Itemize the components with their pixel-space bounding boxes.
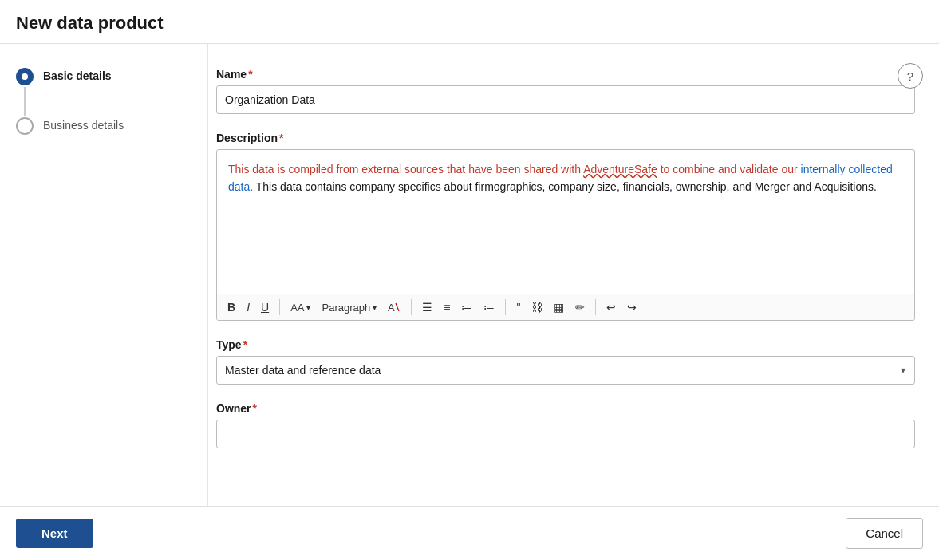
- toolbar-separator-2: [411, 299, 412, 315]
- underline-button[interactable]: U: [257, 298, 273, 316]
- font-size-chevron: ▾: [306, 303, 310, 312]
- redo-button[interactable]: ↪: [623, 298, 641, 316]
- type-field-group: Type* Master data and reference data Tra…: [216, 338, 915, 385]
- description-required: *: [279, 132, 283, 144]
- name-input[interactable]: [216, 85, 915, 114]
- type-select-wrapper: Master data and reference data Transacti…: [216, 356, 915, 385]
- clear-format-button[interactable]: A: [384, 298, 404, 316]
- form-area: ? Name* Description* This data is compil…: [207, 44, 939, 506]
- owner-required: *: [253, 402, 257, 415]
- description-label: Description*: [216, 132, 915, 144]
- bold-button[interactable]: B: [223, 298, 239, 316]
- page-header: New data product: [0, 0, 939, 44]
- step-circle-dot-1: [22, 73, 28, 80]
- toolbar-separator-1: [279, 299, 280, 315]
- name-required: *: [248, 68, 252, 81]
- owner-input[interactable]: [216, 420, 915, 448]
- desc-text-red-1: This data is compiled from external sour…: [228, 163, 583, 175]
- link-button[interactable]: ⛓: [527, 298, 546, 316]
- step-list: Basic details Business details: [16, 68, 191, 135]
- table-button[interactable]: ▦: [550, 298, 568, 316]
- step-label-business-details[interactable]: Business details: [43, 117, 124, 132]
- svg-text:A: A: [388, 302, 395, 314]
- type-required: *: [243, 338, 247, 351]
- sidebar: Basic details Business details: [0, 44, 207, 506]
- main-content: Basic details Business details ? Name*: [0, 44, 939, 506]
- step-circle-1: [16, 68, 34, 85]
- align-right-button[interactable]: ≡: [440, 298, 454, 316]
- paragraph-dropdown[interactable]: Paragraph ▾: [318, 299, 381, 316]
- owner-label: Owner*: [216, 402, 915, 415]
- step-line-1: [24, 87, 26, 116]
- desc-text-red-2: to combine and validate our: [657, 163, 801, 175]
- next-button[interactable]: Next: [16, 519, 93, 548]
- svg-line-1: [396, 303, 399, 311]
- toolbar-separator-3: [505, 299, 506, 315]
- list-unordered-button[interactable]: ≔: [457, 298, 476, 316]
- font-size-label: AA: [290, 302, 304, 314]
- align-left-button[interactable]: ☰: [418, 298, 436, 316]
- paragraph-chevron: ▾: [373, 303, 377, 312]
- description-field-group: Description* This data is compiled from …: [216, 132, 915, 321]
- step-item-basic-details[interactable]: Basic details: [16, 68, 191, 117]
- desc-text-normal: This data contains company specifics abo…: [253, 180, 877, 193]
- step-label-basic-details[interactable]: Basic details: [43, 68, 112, 82]
- rich-editor-wrapper: This data is compiled from external sour…: [216, 149, 915, 321]
- list-ordered-button[interactable]: ≔: [479, 298, 499, 316]
- name-label: Name*: [216, 68, 915, 81]
- bottom-bar: Next Cancel: [0, 506, 939, 560]
- edit-button[interactable]: ✏: [571, 298, 589, 316]
- help-button[interactable]: ?: [898, 63, 923, 89]
- page-title: New data product: [16, 13, 923, 34]
- italic-button[interactable]: I: [243, 298, 254, 316]
- step-connector-1: [16, 68, 34, 117]
- name-field-group: Name*: [216, 68, 915, 114]
- cancel-button[interactable]: Cancel: [846, 518, 923, 549]
- toolbar-separator-4: [595, 299, 596, 315]
- type-label: Type*: [216, 338, 915, 351]
- type-select[interactable]: Master data and reference data Transacti…: [216, 356, 915, 385]
- undo-button[interactable]: ↩: [602, 298, 620, 316]
- rich-editor-content[interactable]: This data is compiled from external sour…: [217, 150, 914, 294]
- owner-field-group: Owner*: [216, 402, 915, 448]
- font-size-dropdown[interactable]: AA ▾: [286, 299, 314, 316]
- desc-text-adventuresafe: AdventureSafe: [583, 163, 657, 175]
- step-item-business-details[interactable]: Business details: [16, 117, 191, 135]
- quote-button[interactable]: ": [512, 298, 524, 316]
- step-connector-2: [16, 117, 34, 135]
- rich-editor-toolbar: B I U AA ▾ Paragraph ▾ A: [217, 294, 914, 320]
- step-circle-2: [16, 117, 34, 135]
- paragraph-label: Paragraph: [322, 302, 370, 314]
